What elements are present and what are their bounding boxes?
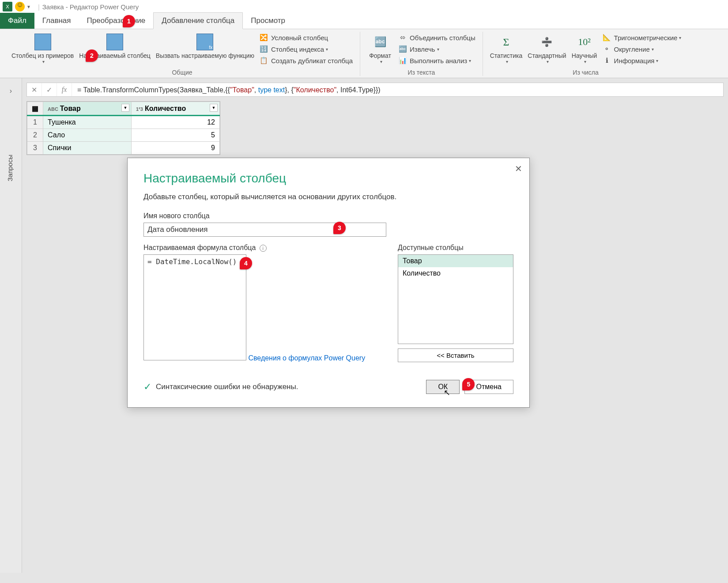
check-icon: ✓ xyxy=(143,381,151,393)
callout-2: 2 xyxy=(86,49,98,62)
group-number: ΣСтатистика ➗Стандартный 10²Научный 📐Три… xyxy=(483,32,689,76)
qa-dropdown-icon[interactable]: ▼ xyxy=(26,4,31,9)
invoke-custom-function-button[interactable]: Вызвать настраиваемую функцию xyxy=(153,32,257,61)
dialog-title: Настраиваемый столбец xyxy=(143,171,513,186)
main-area: ✕ ✓ fx = Table.TransformColumnTypes(Заяв… xyxy=(22,78,728,573)
info-icon[interactable]: i xyxy=(260,245,267,252)
ribbon-tabs: Файл Главная Преобразование Добавление с… xyxy=(0,13,728,29)
callout-3: 3 xyxy=(333,222,346,234)
index-icon: 🔢 xyxy=(260,45,268,53)
custom-formula-input[interactable] xyxy=(143,254,246,360)
merge-icon: ⬄ xyxy=(398,33,407,42)
expand-queries-icon[interactable]: › xyxy=(10,87,12,95)
excel-icon: X xyxy=(3,2,12,11)
cursor-icon: ↖ xyxy=(444,388,450,398)
conditional-column-button[interactable]: 🔀Условный столбец xyxy=(257,32,355,43)
tab-file[interactable]: Файл xyxy=(0,13,34,29)
group-label-text: Из текста xyxy=(407,69,435,76)
duplicate-icon: 📋 xyxy=(260,56,268,65)
filter-dropdown-icon[interactable]: ▼ xyxy=(210,104,218,112)
tab-transform[interactable]: Преобразование xyxy=(79,13,154,29)
table-row[interactable]: 1Тушенка12 xyxy=(27,116,220,129)
information-button[interactable]: ℹИнформация xyxy=(600,55,684,66)
btn-label: Вызвать настраиваемую функцию xyxy=(156,52,254,59)
group-label-number: Из числа xyxy=(573,69,598,76)
pq-formulas-link[interactable]: Сведения о формулах Power Query xyxy=(248,354,365,362)
accept-formula-icon[interactable]: ✓ xyxy=(42,83,57,96)
grid-corner[interactable]: ▦ xyxy=(27,102,43,116)
close-icon[interactable]: ✕ xyxy=(515,163,522,174)
duplicate-column-button[interactable]: 📋Создать дубликат столбца xyxy=(257,55,355,66)
column-header-kolichestvo[interactable]: 1²3Количество▼ xyxy=(132,102,220,116)
rounding-icon: ⚬ xyxy=(603,45,611,53)
index-column-button[interactable]: 🔢Столбец индекса xyxy=(257,43,355,55)
table-row[interactable]: 3Спички9 xyxy=(27,142,220,155)
sigma-icon: Σ xyxy=(498,34,515,50)
smiley-icon[interactable] xyxy=(15,2,25,11)
btn-label: Формат xyxy=(369,52,391,59)
formula-bar: ✕ ✓ fx = Table.TransformColumnTypes(Заяв… xyxy=(26,83,724,97)
group-general: Столбец из примеров Настраиваемый столбе… xyxy=(4,32,360,76)
conditional-icon: 🔀 xyxy=(260,33,268,42)
fx-icon[interactable]: fx xyxy=(57,83,72,96)
new-column-name-label: Имя нового столбца xyxy=(143,212,513,220)
scientific-button[interactable]: 10²Научный xyxy=(569,32,600,66)
tab-add-column[interactable]: Добавление столбца xyxy=(153,12,243,29)
ten-power-icon: 10² xyxy=(576,34,593,50)
tab-home[interactable]: Главная xyxy=(34,13,79,29)
tab-view[interactable]: Просмотр xyxy=(243,13,293,29)
standard-icon: ➗ xyxy=(539,34,555,50)
available-columns-label: Доступные столбцы xyxy=(398,244,513,252)
list-item[interactable]: Товар xyxy=(398,255,513,267)
custom-column-dialog: ✕ Настраиваемый столбец Добавьте столбец… xyxy=(127,158,530,408)
data-grid[interactable]: ▦ ABCТовар▼ 1²3Количество▼ 1Тушенка12 2С… xyxy=(26,101,220,155)
statistics-button[interactable]: ΣСтатистика xyxy=(487,32,525,66)
table-row[interactable]: 2Сало5 xyxy=(27,129,220,142)
ok-button[interactable]: ОК xyxy=(426,380,460,394)
standard-button[interactable]: ➗Стандартный xyxy=(525,32,569,66)
table-icon xyxy=(34,34,51,50)
ribbon: Столбец из примеров Настраиваемый столбе… xyxy=(0,29,728,78)
window-title: Заявка - Редактор Power Query xyxy=(42,3,139,11)
format-icon: 🔤 xyxy=(372,34,389,50)
analyze-button[interactable]: 📊Выполнить анализ xyxy=(396,55,478,66)
rounding-button[interactable]: ⚬Округление xyxy=(600,43,684,55)
dialog-subtitle: Добавьте столбец, который вычисляется на… xyxy=(143,193,513,201)
custom-formula-label: Настраиваемая формула столбца i xyxy=(143,244,390,252)
group-text: 🔤 Формат ⬄Объединить столбцы 🔤Извлечь 📊В… xyxy=(360,32,483,76)
table-star-icon xyxy=(106,34,123,50)
new-column-name-input[interactable] xyxy=(143,223,386,237)
info-icon: ℹ xyxy=(603,56,611,65)
extract-icon: 🔤 xyxy=(398,45,407,53)
format-button[interactable]: 🔤 Формат xyxy=(365,32,396,66)
callout-1: 1 xyxy=(123,15,135,27)
column-from-examples-button[interactable]: Столбец из примеров xyxy=(9,32,76,66)
analyze-icon: 📊 xyxy=(398,56,407,65)
syntax-status: ✓ Синтаксические ошибки не обнаружены. xyxy=(143,381,298,393)
queries-label[interactable]: Запросы xyxy=(6,155,14,182)
trig-icon: 📐 xyxy=(603,33,611,42)
fx-icon xyxy=(196,34,213,50)
title-bar: X ▼ | Заявка - Редактор Power Query xyxy=(0,0,728,13)
queries-pane: › xyxy=(0,78,22,573)
available-columns-list[interactable]: Товар Количество xyxy=(398,254,513,344)
insert-button[interactable]: << Вставить xyxy=(398,348,513,362)
list-item[interactable]: Количество xyxy=(398,267,513,280)
formula-text[interactable]: = Table.TransformColumnTypes(Заявка_Tabl… xyxy=(72,86,723,94)
group-label-general: Общие xyxy=(172,69,192,76)
filter-dropdown-icon[interactable]: ▼ xyxy=(121,104,129,112)
extract-button[interactable]: 🔤Извлечь xyxy=(396,43,478,55)
btn-label: Столбец из примеров xyxy=(11,52,74,59)
trigonometry-button[interactable]: 📐Тригонометрические xyxy=(600,32,684,43)
callout-4: 4 xyxy=(240,257,252,269)
column-header-tovar[interactable]: ABCТовар▼ xyxy=(43,102,132,116)
merge-columns-button[interactable]: ⬄Объединить столбцы xyxy=(396,32,478,43)
cancel-formula-icon[interactable]: ✕ xyxy=(27,83,42,96)
